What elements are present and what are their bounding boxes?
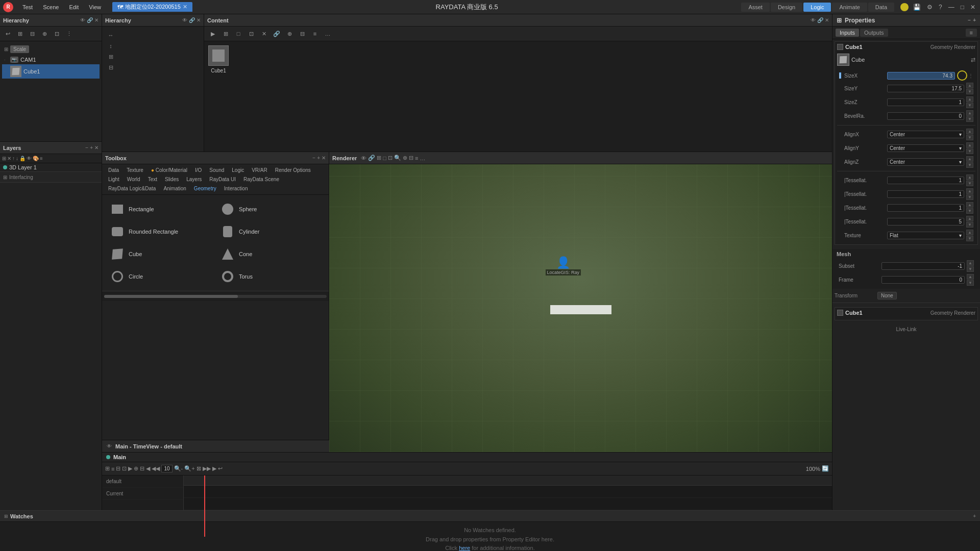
subset-stepper[interactable]: ▲ ▼ xyxy=(967,260,974,272)
t-icon-4[interactable]: ⊡ xyxy=(122,465,127,472)
size-y-stepper[interactable]: ▲ ▼ xyxy=(966,83,973,94)
hierarchy-eye-icon[interactable]: 👁 xyxy=(80,17,85,23)
bevel-up[interactable]: ▲ xyxy=(966,110,973,116)
layers-t-icon-5[interactable]: 🔒 xyxy=(19,156,26,161)
toolbox-close[interactable]: ✕ xyxy=(322,155,326,161)
subset-up[interactable]: ▲ xyxy=(967,260,974,266)
tess-1-stepper[interactable]: ▲ ▼ xyxy=(966,174,973,186)
prop-tab-extra[interactable]: ≡ xyxy=(966,29,977,37)
side-icon-1[interactable]: ↔ xyxy=(106,31,115,40)
tab-asset[interactable]: Asset xyxy=(741,3,770,12)
renderer-t1[interactable]: 👁 xyxy=(361,155,366,161)
prop-icon-2[interactable]: + xyxy=(973,17,976,23)
align-z-down[interactable]: ▼ xyxy=(966,162,973,168)
geo-cylinder[interactable]: Cylinder xyxy=(216,221,325,242)
ct-icon-10[interactable]: … xyxy=(322,28,333,39)
menu-view[interactable]: View xyxy=(85,3,105,11)
layers-plus-icon[interactable]: + xyxy=(90,145,93,151)
ct-icon-6[interactable]: 🔗 xyxy=(271,28,282,39)
ct-icon-7[interactable]: ⊕ xyxy=(284,28,295,39)
layers-close-icon[interactable]: ✕ xyxy=(94,145,99,151)
bevel-stepper[interactable]: ▲ ▼ xyxy=(966,110,973,122)
active-tab[interactable]: 🗺 地图定位02-20200515 ✕ xyxy=(112,2,192,12)
tb-texture[interactable]: Texture xyxy=(124,166,146,174)
tess-1-down[interactable]: ▼ xyxy=(966,181,973,186)
prop-align-z-select[interactable]: Center ▾ xyxy=(887,158,964,166)
size-y-up[interactable]: ▲ xyxy=(966,83,973,88)
geo-circle[interactable]: Circle xyxy=(106,266,214,287)
prop-tess-2-value[interactable]: 1 xyxy=(887,190,964,198)
align-z-stepper[interactable]: ▲ ▼ xyxy=(966,156,973,168)
tb-geometry[interactable]: Geometry xyxy=(191,185,219,192)
size-z-down[interactable]: ▼ xyxy=(966,103,973,108)
layers-t-icon-4[interactable]: ↓ xyxy=(16,156,18,161)
hierarchy-sub-close[interactable]: ✕ xyxy=(197,17,201,23)
tess-2-stepper[interactable]: ▲ ▼ xyxy=(966,188,973,200)
layers-t-icon-2[interactable]: ✕ xyxy=(7,156,11,161)
ct-icon-5[interactable]: ✕ xyxy=(258,28,270,39)
renderer-t4[interactable]: □ xyxy=(383,155,386,161)
tess-4-stepper[interactable]: ▲ ▼ xyxy=(966,216,973,228)
frame-down[interactable]: ▼ xyxy=(967,280,974,286)
tb-text[interactable]: Text xyxy=(145,176,160,183)
h-toolbar-icon-4[interactable]: ⊕ xyxy=(39,28,50,39)
timeline-track-1[interactable] xyxy=(184,486,832,498)
tab-data[interactable]: Data xyxy=(868,3,894,12)
t-icon-14[interactable]: ↩ xyxy=(218,465,223,472)
layer-row[interactable]: 3D Layer 1 xyxy=(0,163,102,171)
layers-t-icon-1[interactable]: ⊞ xyxy=(2,156,6,161)
t-icon-5[interactable]: ⊕ xyxy=(134,465,138,472)
texture-down[interactable]: ▼ xyxy=(966,236,973,241)
tb-render-options[interactable]: Render Options xyxy=(272,166,314,174)
prop-tess-3-value[interactable]: 1 xyxy=(887,204,964,212)
h-toolbar-icon-5[interactable]: ⊡ xyxy=(51,28,62,39)
tess-3-up[interactable]: ▲ xyxy=(966,202,973,208)
h-toolbar-icon-6[interactable]: ⋮ xyxy=(63,28,75,39)
t-icon-9[interactable]: 🔍- xyxy=(174,465,183,472)
prop-bevel-value[interactable]: 0 xyxy=(887,112,964,120)
prop-tess-1-value[interactable]: 1 xyxy=(887,177,964,184)
prop-size-x-value[interactable]: 74.3 xyxy=(887,72,955,80)
h-toolbar-icon-3[interactable]: ⊟ xyxy=(27,28,38,39)
content-close[interactable]: ✕ xyxy=(825,17,829,23)
prop-subset-value[interactable]: -1 xyxy=(881,262,965,270)
ct-icon-9[interactable]: ≡ xyxy=(309,28,321,39)
play-button[interactable]: ▶ xyxy=(128,465,132,472)
size-z-stepper[interactable]: ▲ ▼ xyxy=(966,96,973,108)
tab-logic[interactable]: Logic xyxy=(803,3,831,12)
tb-slides[interactable]: Slides xyxy=(162,176,182,183)
hierarchy-sub-eye[interactable]: 👁 xyxy=(182,17,187,23)
subset-down[interactable]: ▼ xyxy=(967,266,974,272)
frame-up[interactable]: ▲ xyxy=(967,274,974,280)
align-y-stepper[interactable]: ▲ ▼ xyxy=(966,142,973,154)
tess-4-up[interactable]: ▲ xyxy=(966,216,973,221)
layers-t-icon-3[interactable]: ↑ xyxy=(12,156,15,161)
content-eye[interactable]: 👁 xyxy=(811,17,816,23)
h-toolbar-icon-2[interactable]: ⊞ xyxy=(14,28,26,39)
align-x-up[interactable]: ▲ xyxy=(966,129,973,134)
hierarchy-cube-item[interactable]: · Cube1 xyxy=(2,64,100,79)
geo-cube[interactable]: Cube xyxy=(106,244,214,264)
hierarchy-cam-item[interactable]: · 📷 CAM1 xyxy=(2,55,100,64)
t-icon-10[interactable]: 🔍+ xyxy=(184,465,194,472)
toolbox-plus[interactable]: + xyxy=(317,155,320,161)
geo-torus[interactable]: Torus xyxy=(216,266,325,287)
prop-tab-outputs[interactable]: Outputs xyxy=(860,29,888,37)
size-y-down[interactable]: ▼ xyxy=(966,89,973,94)
toolbox-minus[interactable]: − xyxy=(312,155,315,161)
layers-t-icon-7[interactable]: 🎨 xyxy=(33,156,39,161)
layers-t-icon-6[interactable]: 👁 xyxy=(27,156,32,161)
tab-animate[interactable]: Animate xyxy=(832,3,867,12)
close-icon[interactable]: ✕ xyxy=(969,3,977,11)
scrollbar-track[interactable] xyxy=(104,295,327,298)
tb-sound[interactable]: Sound xyxy=(206,166,227,174)
t-icon-11[interactable]: ⊠ xyxy=(197,465,201,472)
prop-align-x-select[interactable]: Center ▾ xyxy=(887,131,964,138)
side-icon-3[interactable]: ⊞ xyxy=(106,52,115,61)
bevel-down[interactable]: ▼ xyxy=(966,116,973,122)
side-icon-2[interactable]: ↕ xyxy=(106,41,115,51)
renderer-t7[interactable]: ⊕ xyxy=(403,155,407,161)
tb-color[interactable]: ● Color/Material xyxy=(148,166,190,174)
tess-3-down[interactable]: ▼ xyxy=(966,208,973,214)
help-icon[interactable]: ? xyxy=(937,3,944,11)
